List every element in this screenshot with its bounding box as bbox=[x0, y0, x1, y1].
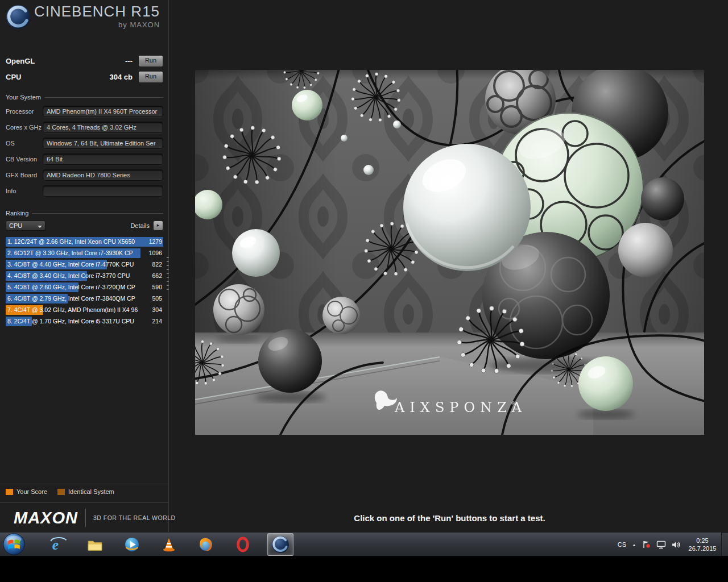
legend-item: Identical System bbox=[57, 488, 114, 495]
taskbar-opera[interactable] bbox=[230, 534, 255, 555]
system-fields: Processor Cores x GHz OS CB Version GFX … bbox=[6, 106, 163, 201]
system-field-input[interactable] bbox=[43, 138, 163, 149]
system-field-row: Cores x GHz bbox=[6, 122, 163, 133]
ranking-row[interactable]: 3. 4C/8T @ 4.40 GHz, Intel Core i7-4770K… bbox=[6, 260, 163, 269]
system-field-label: CB Version bbox=[6, 156, 43, 163]
rank-label: 1. 12C/24T @ 2.66 GHz, Intel Xeon CPU X5… bbox=[7, 238, 135, 245]
opengl-score: --- bbox=[125, 57, 138, 65]
chevron-down-icon bbox=[38, 226, 42, 230]
svg-text:®: ® bbox=[511, 401, 515, 406]
hidden-icons-chevron-icon[interactable]: ▲ bbox=[632, 542, 636, 546]
ranking-row[interactable]: 8. 2C/4T @ 1.70 GHz, Intel Core i5-3317U… bbox=[6, 317, 163, 326]
maxon-logo: MAXON bbox=[14, 509, 78, 527]
sidebar: CINEBENCH R15 by MAXON OpenGL --- Run CP… bbox=[0, 0, 169, 532]
system-field-row: OS bbox=[6, 138, 163, 149]
status-message: Click on one of the 'Run' buttons to sta… bbox=[195, 513, 704, 523]
start-button[interactable] bbox=[2, 533, 26, 556]
system-field-input[interactable] bbox=[43, 122, 163, 133]
rank-label: 6. 4C/8T @ 2.79 GHz, Intel Core i7-3840Q… bbox=[7, 295, 135, 302]
system-field-input[interactable] bbox=[43, 185, 163, 197]
system-field-input[interactable] bbox=[43, 153, 163, 165]
rank-label: 5. 4C/8T @ 2.60 GHz, Intel Core i7-3720Q… bbox=[7, 284, 135, 290]
cpu-score: 304 cb bbox=[110, 73, 138, 81]
opengl-run-button[interactable]: Run bbox=[138, 55, 163, 67]
rank-label: 7. 4C/4T @ 3.02 GHz, AMD Phenom(tm) II X… bbox=[7, 306, 138, 313]
legend-separator bbox=[0, 484, 168, 484]
rank-label: 3. 4C/8T @ 4.40 GHz, Intel Core i7-4770K… bbox=[7, 261, 134, 268]
system-field-row: CB Version bbox=[6, 153, 163, 165]
taskbar-media-player[interactable] bbox=[119, 534, 144, 555]
app-subtitle: by MAXON bbox=[34, 20, 160, 29]
rank-score: 662 bbox=[152, 272, 162, 279]
system-field-label: Cores x GHz bbox=[6, 124, 43, 131]
ranking-row[interactable]: 1. 12C/24T @ 2.66 GHz, Intel Xeon CPU X5… bbox=[6, 237, 163, 247]
details-label: Details bbox=[130, 222, 150, 229]
details-button[interactable]: ▸ bbox=[153, 221, 163, 231]
cpu-run-button[interactable]: Run bbox=[138, 71, 163, 83]
rank-score: 1279 bbox=[149, 238, 162, 245]
cinebench-logo-icon bbox=[5, 3, 32, 31]
taskbar-internet-explorer[interactable]: e bbox=[46, 534, 71, 555]
opera-icon bbox=[233, 535, 253, 554]
rank-score: 214 bbox=[152, 318, 162, 325]
system-field-input[interactable] bbox=[43, 106, 163, 117]
system-field-row: GFX Board bbox=[6, 169, 163, 181]
ranking-row[interactable]: 4. 4C/8T @ 3.40 GHz, Intel Core i7-3770 … bbox=[6, 271, 163, 281]
folder-icon bbox=[85, 535, 105, 554]
system-field-label: GFX Board bbox=[6, 172, 43, 178]
system-field-row: Processor bbox=[6, 106, 163, 117]
ranking-row[interactable]: 6. 4C/8T @ 2.79 GHz, Intel Core i7-3840Q… bbox=[6, 294, 163, 304]
rank-label: 2. 6C/12T @ 3.30 GHz, Intel Core i7-3930… bbox=[7, 250, 133, 256]
show-desktop-button[interactable] bbox=[721, 533, 728, 556]
taskbar-firefox[interactable] bbox=[193, 534, 218, 555]
internet-explorer-icon: e bbox=[48, 535, 68, 554]
opengl-label: OpenGL bbox=[6, 57, 35, 65]
ranking-controls: CPU Details ▸ bbox=[6, 221, 163, 231]
rank-score: 304 bbox=[152, 306, 162, 313]
render-preview-image: AIXSPONZA ® bbox=[195, 70, 704, 435]
cpu-label: CPU bbox=[6, 73, 21, 81]
opengl-benchmark-row: OpenGL --- Run bbox=[0, 55, 168, 67]
ranking-header: Ranking bbox=[6, 210, 163, 217]
panel-resize-handle[interactable] bbox=[167, 257, 169, 290]
ranking-row[interactable]: 2. 6C/12T @ 3.30 GHz, Intel Core i7-3930… bbox=[6, 248, 163, 258]
svg-text:AIXSPONZA: AIXSPONZA bbox=[394, 400, 527, 415]
taskbar-clock[interactable]: 0:25 26.7.2015 bbox=[686, 537, 719, 553]
system-field-row: Info bbox=[6, 185, 163, 197]
ranking-filter-dropdown[interactable]: CPU bbox=[6, 221, 46, 231]
legend-item: Your Score bbox=[6, 488, 47, 495]
clock-date: 26.7.2015 bbox=[686, 544, 719, 552]
system-field-label: Info bbox=[6, 188, 43, 194]
cinebench-window: CINEBENCH R15 by MAXON OpenGL --- Run CP… bbox=[0, 0, 728, 532]
windows-taskbar: e bbox=[0, 532, 728, 556]
cpu-benchmark-row: CPU 304 cb Run bbox=[0, 70, 168, 83]
ranking-row[interactable]: 7. 4C/4T @ 3.02 GHz, AMD Phenom(tm) II X… bbox=[6, 305, 163, 315]
display-settings-icon[interactable] bbox=[656, 541, 666, 549]
media-player-icon bbox=[122, 535, 142, 554]
vlc-cone-icon bbox=[159, 535, 179, 554]
system-field-label: OS bbox=[6, 140, 43, 147]
rank-score: 1096 bbox=[149, 250, 162, 256]
rank-score: 822 bbox=[152, 261, 162, 268]
ranking-legend: Your Score Identical System bbox=[6, 488, 114, 495]
ranking-row[interactable]: 5. 4C/8T @ 2.60 GHz, Intel Core i7-3720Q… bbox=[6, 282, 163, 292]
firefox-icon bbox=[196, 535, 216, 554]
volume-icon[interactable] bbox=[672, 541, 680, 548]
taskbar-windows-explorer[interactable] bbox=[82, 534, 107, 555]
maxon-tagline: 3D FOR THE REAL WORLD bbox=[93, 514, 176, 521]
action-center-flag-icon[interactable] bbox=[642, 540, 651, 549]
footer-divider bbox=[85, 509, 86, 527]
legend-label: Your Score bbox=[16, 488, 47, 495]
rank-label: 8. 2C/4T @ 1.70 GHz, Intel Core i5-3317U… bbox=[7, 318, 134, 325]
system-field-label: Processor bbox=[6, 108, 43, 115]
cinebench-icon bbox=[271, 535, 290, 554]
legend-swatch bbox=[57, 489, 65, 495]
footer-separator bbox=[0, 502, 168, 503]
taskbar-vlc[interactable] bbox=[156, 534, 181, 555]
system-field-input[interactable] bbox=[43, 169, 163, 181]
system-tray: CS ▲ 0:25 26.7.2015 bbox=[618, 533, 719, 556]
maxon-brand: MAXON 3D FOR THE REAL WORLD bbox=[14, 508, 176, 528]
language-indicator[interactable]: CS bbox=[618, 541, 626, 548]
taskbar-cinebench-active[interactable] bbox=[267, 533, 293, 556]
bottom-letterbox bbox=[0, 556, 728, 582]
